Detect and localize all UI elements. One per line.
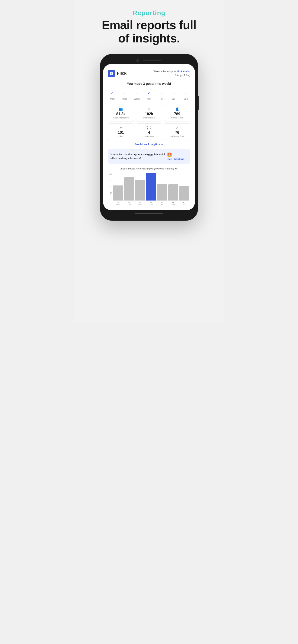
roundup-link: flick.social [177,70,190,73]
x-date: 03 [135,202,145,204]
stat-icon: 👤 [166,107,188,111]
y-axis-label: 90 [109,186,112,188]
bar-column-02 [124,177,134,200]
chart-caption: A lot of people were visiting your profi… [109,168,189,170]
header-section: Reporting Email reports full of insights… [79,9,219,45]
day-item-weds: —Weds [133,89,140,100]
flick-logo-text: Flick [117,71,127,76]
stat-card-impressions: 👁 102k Impressions [136,105,162,122]
day-item-sat: —Sat [170,89,177,100]
hashtag-emoji: 🤩 [167,152,172,158]
x-day: Fri [157,204,167,206]
phone-frame: Flick Weekly Roundup for flick.social 1 … [100,54,198,220]
stat-label: Impressions [138,116,160,119]
chart-y-axis: 18013590450 [109,173,113,205]
bar [157,184,167,200]
stat-card-people-reached: 👥 81.3k People Reached [108,105,134,122]
x-day: Mon [113,204,123,206]
stat-value: 789 [166,112,188,116]
stat-label: Profile Views [166,116,188,119]
flick-icon [108,70,115,77]
stat-value: 76 [166,130,188,135]
phone-camera [136,59,139,62]
bar-column-07 [179,186,189,200]
x-label-col-03: 03Wed [135,202,145,206]
bar [168,184,178,200]
stat-label: Comments [138,135,160,138]
day-circle: ✓ [109,89,116,97]
bar [135,180,145,200]
stat-icon: 💬 [138,126,160,130]
hashtag-banner: You ranked on #instagramstrategyguide an… [108,149,190,164]
phone-top [103,59,195,62]
roundup-text: Weekly Roundup for flick.social [153,70,190,74]
stat-value: 101 [110,130,132,135]
chart-area: 18013590450 01Mon02Tue03Wed04Thu05Fri06S… [109,173,189,206]
stat-label: People Reached [110,116,132,119]
flick-logo: Flick [108,70,127,77]
y-axis-label: 45 [109,192,112,194]
headline-line1: Email reports full [102,18,196,32]
bar-column-03 [135,180,145,200]
email-header: Flick Weekly Roundup for flick.social 1 … [108,70,190,77]
bar-column-05 [157,184,167,200]
x-label-col-01: 01Mon [113,202,123,206]
day-circle: ✓ [121,89,128,97]
see-hashtags-link[interactable]: See Hashtags → [168,158,187,160]
bar-column-01 [113,186,123,200]
day-label: Fri [160,98,163,100]
x-day: Thu [146,204,156,206]
x-label-col-06: 06Sat [168,202,178,206]
date-range: 1 Aug - 7 Aug [153,74,190,78]
phone-bottom [103,213,195,214]
phone-home-bar [135,213,163,214]
day-circle: — [182,89,189,97]
x-label-col-07: 07Sun [179,202,189,206]
phone-screen: Flick Weekly Roundup for flick.social 1 … [103,64,195,210]
phone-side-button [198,96,199,110]
headline-line2: of insights. [118,32,180,45]
x-date: 07 [179,202,189,204]
hashtag-cta-group: 🤩 See Hashtags → [166,152,187,160]
y-axis-label: 135 [109,179,112,182]
day-label: Thur [147,98,152,100]
stat-icon: ↗ [166,126,188,130]
roundup-info: Weekly Roundup for flick.social 1 Aug - … [153,70,190,77]
x-label-col-02: 02Tue [124,202,134,206]
stat-icon: ❤ [110,126,132,130]
day-circle: — [158,89,165,97]
day-check-icon: ✓ [148,91,150,95]
day-circle: — [170,89,177,97]
stat-icon: 👁 [138,107,160,111]
day-item-mon: ✓Mon [109,89,116,100]
stat-icon: 👥 [110,107,132,111]
x-label-col-05: 05Fri [157,202,167,206]
stat-label: Website Clicks [166,135,188,138]
see-more-analytics[interactable]: See More Analytics → [108,143,190,146]
stat-card-likes: ❤ 101 Likes [108,123,134,140]
day-label: Sun [184,98,188,100]
x-date: 05 [157,202,167,204]
day-check-icon: — [135,91,138,95]
flick-svg-icon [109,72,114,76]
day-label: Weds [134,98,140,100]
stat-value: 4 [138,130,160,135]
stat-card-profile-views: 👤 789 Profile Views [164,105,190,122]
bars-row [113,173,189,200]
stat-value: 102k [138,112,160,116]
day-item-tues: ✓Tues [121,89,128,100]
day-check-icon: ✓ [123,91,126,95]
y-axis-label: 180 [109,173,112,175]
stat-card-comments: 💬 4 Comments [136,123,162,140]
bar [113,186,123,200]
x-axis-row: 01Mon02Tue03Wed04Thu05Fri06Sat07Sun [113,202,189,206]
day-check-icon: — [172,91,175,95]
day-label: Tues [122,98,127,100]
x-date: 01 [113,202,123,204]
day-circle: ✓ [145,89,153,97]
stats-grid: 👥 81.3k People Reached 👁 102k Impression… [108,105,190,140]
stat-value: 81.3k [110,112,132,116]
posts-headline: You made 3 posts this week! [108,82,190,86]
chart-bars-container: 01Mon02Tue03Wed04Thu05Fri06Sat07Sun [113,173,189,206]
stat-card-website-clicks: ↗ 76 Website Clicks [164,123,190,140]
